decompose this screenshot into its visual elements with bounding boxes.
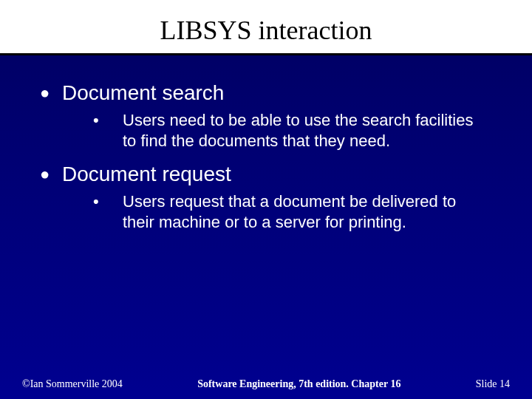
footer-slide-number: Slide 14 <box>476 378 510 390</box>
footer-slide-num: 14 <box>499 378 510 389</box>
item-heading: Document request <box>62 162 502 187</box>
footer-book: Software Engineering, 7th edition. Chapt… <box>123 378 476 390</box>
bullet-icon: • <box>93 110 123 131</box>
bullet-icon: ● <box>30 81 62 106</box>
slide: LIBSYS interaction ● Document search • U… <box>0 0 532 399</box>
item-subtext: Users need to be able to use the search … <box>123 110 502 151</box>
item-subtext: Users request that a document be deliver… <box>123 191 502 233</box>
footer-slide-prefix: Slide <box>476 378 499 389</box>
slide-body: ● Document search • Users need to be abl… <box>0 55 532 233</box>
slide-footer: ©Ian Sommerville 2004 Software Engineeri… <box>0 378 532 390</box>
list-subitem: • Users need to be able to use the searc… <box>30 110 502 151</box>
list-item: ● Document request <box>30 162 502 187</box>
slide-title: LIBSYS interaction <box>0 0 532 55</box>
footer-author: ©Ian Sommerville 2004 <box>22 378 123 390</box>
bullet-icon: ● <box>30 162 62 187</box>
title-bar: LIBSYS interaction <box>0 0 532 55</box>
item-heading: Document search <box>62 81 502 106</box>
bullet-icon: • <box>93 191 123 212</box>
list-item: ● Document search <box>30 81 502 106</box>
list-subitem: • Users request that a document be deliv… <box>30 191 502 233</box>
